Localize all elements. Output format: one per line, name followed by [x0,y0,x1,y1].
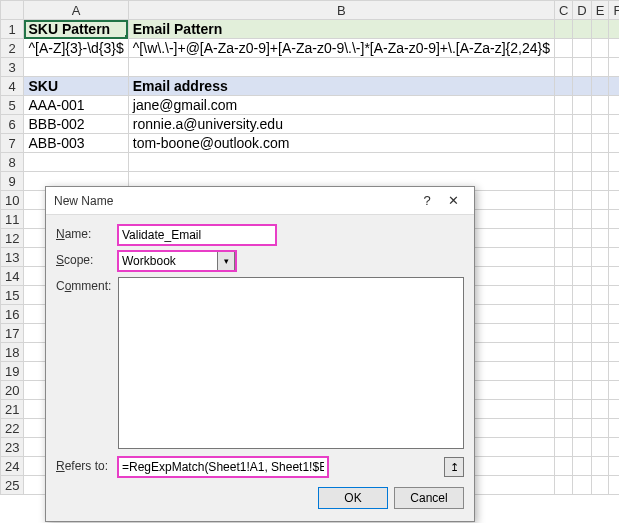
cell[interactable] [591,248,609,267]
refers-to-input[interactable] [118,457,328,477]
cell-B4[interactable]: Email address [128,77,554,96]
cell[interactable] [573,210,591,229]
cell[interactable] [128,153,554,172]
row-header[interactable]: 20 [1,381,24,400]
row-header[interactable]: 4 [1,77,24,96]
cell[interactable] [573,324,591,343]
cell[interactable] [609,96,619,115]
cell[interactable] [573,286,591,305]
col-header-B[interactable]: B [128,1,554,20]
cell[interactable] [554,305,572,324]
cell[interactable] [609,267,619,286]
row-header[interactable]: 10 [1,191,24,210]
cell[interactable] [573,153,591,172]
cell[interactable] [591,96,609,115]
col-header-E[interactable]: E [591,1,609,20]
cell[interactable] [609,400,619,419]
cell[interactable] [609,210,619,229]
cell-A6[interactable]: BBB-002 [24,115,128,134]
row-header[interactable]: 25 [1,476,24,495]
row-header[interactable]: 3 [1,58,24,77]
row-header[interactable]: 7 [1,134,24,153]
row-header[interactable]: 14 [1,267,24,286]
cell[interactable] [573,267,591,286]
cell[interactable] [609,39,619,58]
cell-A5[interactable]: AAA-001 [24,96,128,115]
row-header[interactable]: 24 [1,457,24,476]
cell[interactable] [573,58,591,77]
cell[interactable] [554,286,572,305]
cell[interactable] [554,400,572,419]
cell[interactable] [609,362,619,381]
cell-A4[interactable]: SKU [24,77,128,96]
cell[interactable] [554,248,572,267]
cell[interactable] [128,58,554,77]
cell-B1[interactable]: Email Pattern [128,20,554,39]
cell[interactable] [609,134,619,153]
cell[interactable] [591,210,609,229]
cell[interactable] [554,20,572,39]
cell[interactable] [591,419,609,438]
cell[interactable] [609,381,619,400]
cell[interactable] [573,191,591,210]
cell[interactable] [573,248,591,267]
row-header[interactable]: 1 [1,20,24,39]
row-header[interactable]: 15 [1,286,24,305]
cell[interactable] [554,58,572,77]
cell[interactable] [609,343,619,362]
ok-button[interactable]: OK [318,487,388,509]
cell-B5[interactable]: jane@gmail.com [128,96,554,115]
cell[interactable] [609,191,619,210]
cell[interactable] [554,267,572,286]
cell[interactable] [591,39,609,58]
cell-B6[interactable]: ronnie.a@university.edu [128,115,554,134]
cell[interactable] [573,476,591,495]
cell[interactable] [609,324,619,343]
cell[interactable] [573,305,591,324]
cell[interactable] [554,39,572,58]
cell[interactable] [554,438,572,457]
cell[interactable] [573,39,591,58]
cell[interactable] [609,115,619,134]
cell[interactable] [573,96,591,115]
cell-A7[interactable]: ABB-003 [24,134,128,153]
cell[interactable] [609,229,619,248]
cell[interactable] [573,134,591,153]
cell[interactable] [591,457,609,476]
cell[interactable] [591,229,609,248]
cell[interactable] [573,457,591,476]
row-header[interactable]: 5 [1,96,24,115]
row-header[interactable]: 6 [1,115,24,134]
cell[interactable] [554,77,572,96]
col-header-C[interactable]: C [554,1,572,20]
cell[interactable] [554,419,572,438]
cell[interactable] [609,58,619,77]
cancel-button[interactable]: Cancel [394,487,464,509]
cell[interactable] [609,419,619,438]
cell[interactable] [591,267,609,286]
row-header[interactable]: 8 [1,153,24,172]
cell[interactable] [609,20,619,39]
scope-select[interactable] [118,251,218,271]
cell[interactable] [573,438,591,457]
cell[interactable] [554,324,572,343]
selection-handle[interactable] [125,35,129,39]
cell[interactable] [609,286,619,305]
col-header-F[interactable]: F [609,1,619,20]
row-header[interactable]: 18 [1,343,24,362]
cell[interactable] [609,476,619,495]
cell-A1[interactable]: SKU Pattern [24,20,128,39]
col-header-D[interactable]: D [573,1,591,20]
cell-A2[interactable]: ^[A-Z]{3}-\d{3}$ [24,39,128,58]
cell[interactable] [573,381,591,400]
row-header[interactable]: 19 [1,362,24,381]
cell[interactable] [609,172,619,191]
cell[interactable] [609,153,619,172]
cell[interactable] [591,381,609,400]
cell[interactable] [573,115,591,134]
help-button[interactable]: ? [414,193,440,208]
cell[interactable] [591,305,609,324]
cell[interactable] [573,343,591,362]
collapse-dialog-button[interactable]: ↥ [444,457,464,477]
scope-dropdown-button[interactable]: ▾ [217,251,235,271]
